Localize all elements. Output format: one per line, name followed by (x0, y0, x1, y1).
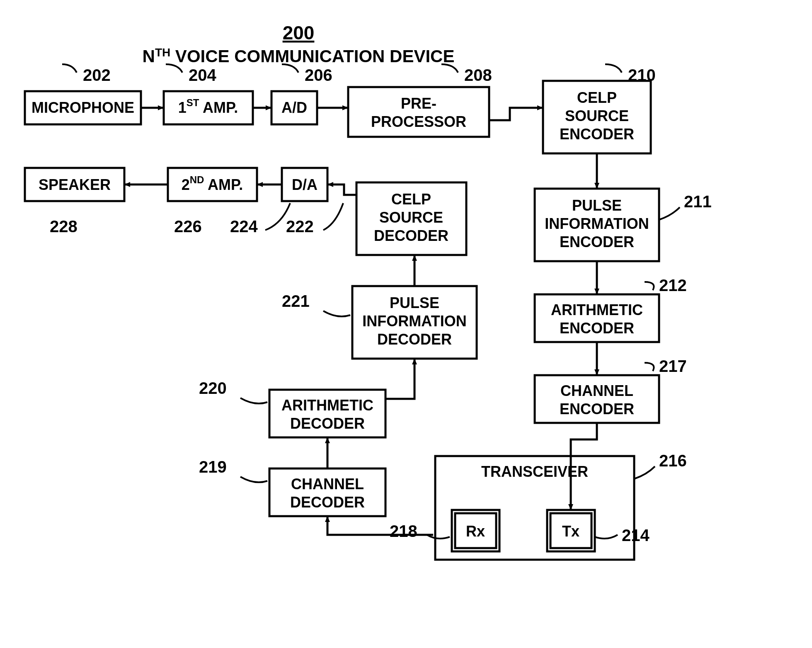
da-label: D/A (292, 176, 318, 193)
pre-l2: PROCESSOR (371, 113, 466, 130)
celp-enc-l2: SOURCE (565, 107, 629, 124)
pid-l2: INFORMATION (362, 313, 466, 330)
ad-dec-l2: DECODER (290, 415, 365, 432)
arithmetic-decoder-block: ARITHMETIC DECODER 220 (199, 379, 385, 437)
pid-l3: DECODER (377, 331, 452, 348)
speaker-block: SPEAKER 228 (25, 168, 124, 235)
ce-l1: CHANNEL (560, 382, 633, 399)
arrow-rx-cd (327, 517, 433, 535)
microphone-block: MICROPHONE 202 (25, 64, 141, 124)
celp-enc-ref: 210 (628, 66, 656, 84)
da-ref: 224 (230, 217, 258, 235)
first-amp-ref: 204 (189, 66, 216, 84)
pre-l1: PRE- (401, 95, 436, 112)
microphone-ref: 202 (83, 66, 111, 84)
pulse-info-decoder-block: PULSE INFORMATION DECODER 221 (282, 286, 477, 359)
cd-l1: CHANNEL (291, 476, 364, 493)
transceiver-ref: 216 (659, 451, 687, 470)
arrow-celpdec-da (328, 184, 356, 195)
pre-processor-block: PRE- PROCESSOR 208 (348, 64, 492, 137)
celp-dec-l1: CELP (391, 191, 431, 208)
celp-dec-l2: SOURCE (379, 209, 443, 226)
ad-label: A/D (281, 99, 307, 116)
celp-dec-ref: 222 (286, 217, 314, 235)
celp-enc-l3: ENCODER (560, 126, 634, 143)
pid-ref: 221 (282, 292, 310, 310)
transceiver-block: TRANSCEIVER 216 Rx 218 Tx 214 (390, 451, 687, 560)
tx-ref: 214 (622, 526, 650, 544)
first-amp-block: 1ST AMP. 204 (164, 64, 253, 124)
speaker-ref: 228 (50, 217, 78, 235)
pid-l1: PULSE (390, 294, 439, 311)
rx-ref: 218 (390, 522, 417, 540)
ce-l2: ENCODER (560, 400, 634, 417)
channel-encoder-block: CHANNEL ENCODER 217 (535, 357, 687, 423)
pie-l1: PULSE (572, 197, 622, 214)
figure-number: 200 (283, 22, 315, 44)
tx-label: Tx (562, 523, 579, 540)
celp-dec-l3: DECODER (374, 227, 448, 244)
ae-l1: ARITHMETIC (551, 301, 643, 318)
pre-ref: 208 (464, 66, 492, 84)
celp-encoder-block: CELP SOURCE ENCODER 210 (543, 64, 656, 153)
ae-ref: 212 (659, 276, 687, 294)
celp-enc-l1: CELP (577, 89, 617, 106)
pulse-info-encoder-block: PULSE INFORMATION ENCODER 211 (535, 189, 712, 261)
ad-dec-ref: 220 (199, 379, 227, 397)
second-amp-ref: 226 (174, 217, 202, 235)
ce-ref: 217 (659, 357, 687, 375)
arrow-pre-celpenc (489, 108, 542, 120)
cd-ref: 219 (199, 458, 227, 476)
cd-l2: DECODER (290, 494, 365, 511)
block-diagram: 200 NTH VOICE COMMUNICATION DEVICE MICRO… (0, 0, 812, 648)
arrow-addec-pid (385, 359, 414, 399)
channel-decoder-block: CHANNEL DECODER 219 (199, 458, 385, 516)
ae-l2: ENCODER (560, 320, 634, 337)
diagram-title: NTH VOICE COMMUNICATION DEVICE (143, 46, 455, 66)
arithmetic-encoder-block: ARITHMETIC ENCODER 212 (535, 276, 687, 342)
transceiver-label: TRANSCEIVER (481, 463, 588, 480)
ad-block: A/D 206 (271, 64, 332, 124)
speaker-label: SPEAKER (39, 176, 111, 193)
pie-l3: ENCODER (560, 233, 634, 250)
ad-ref: 206 (305, 66, 332, 84)
pie-l2: INFORMATION (545, 215, 649, 232)
microphone-label: MICROPHONE (32, 99, 134, 116)
ad-dec-l1: ARITHMETIC (281, 397, 373, 414)
pie-ref: 211 (684, 192, 712, 211)
rx-label: Rx (466, 523, 485, 540)
